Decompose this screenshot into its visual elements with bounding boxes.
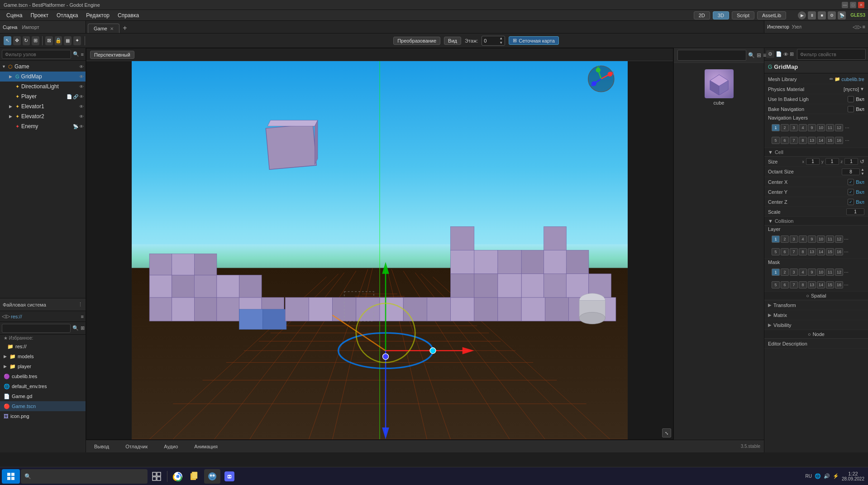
- animation-tab[interactable]: Анимация: [190, 443, 222, 450]
- el2-visibility-icon[interactable]: 👁: [79, 114, 84, 119]
- transform-btn[interactable]: Преобразование: [393, 37, 440, 45]
- col-layers-more-icon[interactable]: …: [844, 235, 849, 243]
- tree-item-enemy[interactable]: ✦ Enemy 📡 👁: [0, 121, 86, 131]
- assetlib-button[interactable]: AssetLib: [757, 11, 786, 19]
- mask-layer-9[interactable]: 9: [808, 269, 816, 276]
- prop-transform[interactable]: ▶ Transform: [764, 300, 868, 310]
- col-layers2-more-icon[interactable]: …: [844, 248, 849, 255]
- fs-path[interactable]: res://: [11, 314, 22, 319]
- prop-matrix[interactable]: ▶ Matrix: [764, 310, 868, 320]
- scene-3d[interactable]: X Y Z: [86, 61, 673, 439]
- col-layer-6[interactable]: 6: [781, 248, 789, 255]
- output-tab[interactable]: Вывод: [90, 443, 114, 450]
- add-tab-button[interactable]: +: [119, 23, 130, 33]
- fs-item-models[interactable]: ▶ 📁 models: [0, 351, 86, 361]
- mask-layer-15[interactable]: 15: [826, 281, 834, 288]
- col-layer-12[interactable]: 12: [835, 235, 843, 243]
- play-button[interactable]: ▶: [798, 11, 806, 19]
- nav-layers-more-icon[interactable]: …: [845, 124, 849, 131]
- baked-light-checkbox[interactable]: [848, 96, 854, 102]
- menu-project[interactable]: Проект: [27, 11, 52, 19]
- close-button[interactable]: ✕: [858, 2, 864, 8]
- node-section-header[interactable]: ○ Node: [764, 330, 868, 339]
- col-layer-16[interactable]: 16: [835, 248, 843, 255]
- fs-item-cubelib[interactable]: 🟣 cubelib.tres: [0, 371, 86, 381]
- size-z-val[interactable]: 1: [844, 158, 858, 165]
- meshlib-grid-icon[interactable]: ⊞: [757, 52, 761, 58]
- insp-icon4[interactable]: ⊞: [790, 51, 794, 57]
- col-layer-14[interactable]: 14: [817, 248, 825, 255]
- taskbar-discord[interactable]: [221, 469, 238, 484]
- rotate-tool[interactable]: ↻: [23, 36, 30, 45]
- pause-button[interactable]: ⏸: [808, 11, 816, 19]
- mask-layers-more-icon[interactable]: …: [844, 269, 849, 276]
- search-icon[interactable]: 🔍: [73, 51, 79, 57]
- col-layer-4[interactable]: 4: [799, 235, 807, 243]
- minimize-button[interactable]: —: [842, 2, 848, 8]
- nav-layer-15[interactable]: 15: [826, 137, 834, 144]
- debug-button[interactable]: ⚙: [828, 11, 836, 19]
- taskview-button[interactable]: [148, 469, 165, 484]
- import-panel-tab[interactable]: Импорт: [22, 24, 39, 30]
- floor-up[interactable]: ▲: [499, 36, 503, 40]
- nav-layer-7[interactable]: 7: [790, 137, 798, 144]
- meshlib-filter-input[interactable]: [677, 50, 746, 61]
- menu-editor[interactable]: Редактор: [82, 11, 113, 19]
- col-layer-5[interactable]: 5: [772, 248, 780, 255]
- mesh-lib-load-icon[interactable]: 📁: [835, 77, 840, 82]
- nav-layer-5[interactable]: 5: [772, 137, 780, 144]
- spatial-section-header[interactable]: ○ Spatial: [764, 292, 868, 300]
- search-taskbar-button[interactable]: 🔍: [21, 469, 148, 484]
- tree-item-game[interactable]: ▼ ⬡ Game 👁: [0, 62, 86, 72]
- mask-layer-1[interactable]: 1: [772, 269, 780, 276]
- enemy-visibility-icon[interactable]: 👁: [79, 124, 84, 129]
- col-layer-7[interactable]: 7: [790, 248, 798, 255]
- nav-layer-11[interactable]: 11: [826, 124, 834, 131]
- el1-visibility-icon[interactable]: 👁: [79, 104, 84, 109]
- mask-layer-13[interactable]: 13: [808, 281, 816, 288]
- tree-item-directionallight[interactable]: ✦ DirectionalLight 👁: [0, 82, 86, 91]
- mask-layer-8[interactable]: 8: [799, 281, 807, 288]
- move-tool[interactable]: ✥: [13, 36, 21, 45]
- col-layer-1[interactable]: 1: [772, 235, 780, 243]
- fs-fwd-icon[interactable]: ▷: [6, 313, 10, 319]
- mask-layer-5[interactable]: 5: [772, 281, 780, 288]
- meshlib-search-icon[interactable]: 🔍: [748, 52, 755, 58]
- prop-visibility[interactable]: ▶ Visibility: [764, 320, 868, 330]
- size-reset-icon[interactable]: ↺: [860, 158, 864, 165]
- fullscreen-button[interactable]: ⤡: [662, 428, 671, 437]
- enemy-signal-icon[interactable]: 📡: [73, 124, 78, 129]
- fs-search-icon[interactable]: 🔍: [72, 325, 79, 331]
- nav-layer-2[interactable]: 2: [781, 124, 789, 131]
- taskbar-clock[interactable]: 1:22 28.09.2022: [842, 471, 864, 481]
- col-layer-3[interactable]: 3: [790, 235, 798, 243]
- scale-val[interactable]: 1: [846, 208, 864, 215]
- mode-2d-button[interactable]: 2D: [694, 11, 710, 19]
- fs-item-gametscn[interactable]: 🔴 Game.tscn: [0, 401, 86, 411]
- group-tool[interactable]: ▦: [64, 36, 72, 45]
- light-visibility-icon[interactable]: 👁: [79, 84, 84, 89]
- physics-mat-dropdown-icon[interactable]: ▼: [860, 86, 864, 91]
- maximize-button[interactable]: □: [850, 2, 856, 8]
- node-tab[interactable]: Узел: [792, 24, 801, 29]
- octant-size-val[interactable]: 8: [842, 168, 860, 175]
- nav-layer-13[interactable]: 13: [808, 137, 816, 144]
- col-layer-10[interactable]: 10: [817, 235, 825, 243]
- mesh-lib-edit-icon[interactable]: ✏: [830, 77, 833, 82]
- perspective-btn[interactable]: Перспективный: [90, 51, 134, 59]
- select-tool[interactable]: ↖: [4, 36, 11, 45]
- nav-layer-14[interactable]: 14: [817, 137, 825, 144]
- fs-layout-icon[interactable]: ≡: [81, 314, 84, 319]
- col-layer-2[interactable]: 2: [781, 235, 789, 243]
- insp-icon2[interactable]: 📄: [776, 51, 782, 57]
- nav-layer-16[interactable]: 16: [835, 137, 843, 144]
- col-layer-13[interactable]: 13: [808, 248, 816, 255]
- center-y-checkbox[interactable]: [848, 189, 854, 195]
- collision-section-header[interactable]: ▼ Collision: [764, 217, 868, 226]
- mesh-library-value[interactable]: cubelib.tre: [841, 77, 864, 82]
- player-script-icon[interactable]: 📄: [67, 94, 72, 99]
- meshlib-item-cube[interactable]: cube: [677, 66, 761, 109]
- floor-down[interactable]: ▼: [499, 41, 503, 45]
- tab-close-icon[interactable]: ✕: [110, 26, 114, 31]
- insp-icon3[interactable]: 👁: [783, 52, 788, 57]
